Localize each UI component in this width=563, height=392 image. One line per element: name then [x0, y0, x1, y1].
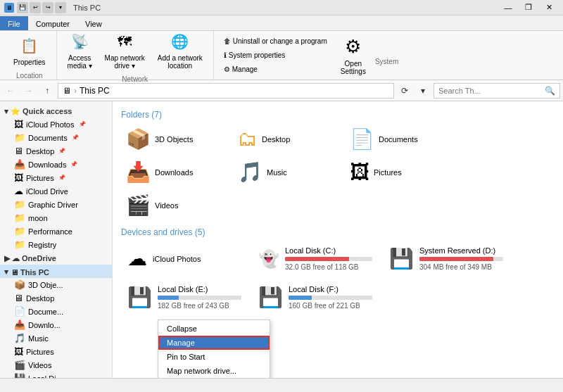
ctx-manage[interactable]: Manage [158, 336, 270, 350]
map-network-button[interactable]: 🗺 Map networkdrive ▾ [100, 27, 150, 72]
quick-access-toolbar: 💾 ↩ ↪ ▾ [17, 2, 66, 13]
drive-item-local-c[interactable]: 👻 Local Disk (C:) 32.0 GB free of 118 GB [252, 241, 379, 276]
folder-desktop-icon: 🗂 [238, 127, 258, 151]
sidebar-item-graphic-driver[interactable]: 📁 Graphic Driver [0, 198, 112, 211]
ctx-pin-start[interactable]: Pin to Start [158, 350, 270, 364]
address-path-label: This PC [80, 86, 110, 96]
sidebar-item-pictures[interactable]: 🖼 Pictures 📌 [0, 171, 112, 184]
folder-item-pictures[interactable]: 🖼 Pictures [345, 157, 454, 187]
folder-item-downloads[interactable]: 📥 Downloads [121, 157, 230, 187]
sidebar-label-icloud-photos: iCloud Photos [26, 120, 75, 129]
performance-icon: 📁 [14, 226, 25, 236]
sidebar-section-quick-access-label: ⭐ Quick access [11, 107, 72, 116]
drive-f-bar-container [289, 296, 372, 300]
redo-qa-btn[interactable]: ↪ [42, 2, 53, 13]
drive-icloud-name: iCloud Photos [153, 255, 241, 263]
search-box[interactable]: 🔍 [434, 83, 560, 99]
down-qa-btn[interactable]: ▾ [55, 2, 66, 13]
sidebar-section-quick-access[interactable]: ▾ ⭐ Quick access [0, 104, 112, 118]
folders-grid: 📦 3D Objects 🗂 Desktop 📄 Documents 📥 Dow… [121, 124, 555, 220]
map-network-label: Map networkdrive ▾ [105, 54, 145, 70]
sidebar-section-this-pc[interactable]: ▾ 🖥 This PC [0, 265, 112, 278]
sidebar-item-moon[interactable]: 📁 moon [0, 211, 112, 225]
address-dropdown-button[interactable]: ▾ [415, 83, 431, 99]
up-button[interactable]: ↑ [39, 83, 55, 99]
ribbon-group-system: 🗑 Uninstall or change a program ℹ System… [214, 31, 404, 80]
address-path[interactable]: 🖥 › This PC [58, 83, 394, 99]
pin-icon: 📌 [72, 134, 79, 141]
sidebar-label-desktop-sub: Desktop [26, 294, 54, 303]
drive-e-free: 182 GB free of 243 GB [158, 302, 241, 310]
folders-section-header: Folders (7) [121, 110, 555, 120]
tab-file[interactable]: File [0, 16, 28, 30]
back-button[interactable]: ← [3, 83, 18, 99]
window-icon [4, 3, 14, 13]
open-settings-button[interactable]: ⚙ OpenSettings [336, 33, 371, 78]
system-links: 🗑 Uninstall or change a program ℹ System… [220, 35, 331, 75]
sidebar-item-pictures-sub[interactable]: 🖼 Pictures [0, 345, 112, 358]
sidebar-item-desktop-sub[interactable]: 🖥 Desktop [0, 291, 112, 305]
search-input[interactable] [438, 87, 545, 95]
status-bar [0, 378, 563, 392]
ctx-map-network[interactable]: Map network drive... [158, 364, 270, 378]
sidebar-item-registry[interactable]: 📁 Registry [0, 238, 112, 251]
sys-properties-label: System properties [229, 51, 286, 59]
sidebar-label-downloads-sub: Downlo... [28, 321, 61, 329]
uninstall-button[interactable]: 🗑 Uninstall or change a program [220, 35, 331, 47]
sidebar-item-icloud-photos[interactable]: 🖼 iCloud Photos 📌 [0, 118, 112, 131]
drive-e-info: Local Disk (E:) 182 GB free of 243 GB [158, 285, 241, 310]
close-button[interactable]: ✕ [539, 0, 559, 15]
add-network-button[interactable]: 🌐 Add a networklocation [153, 27, 208, 72]
sidebar-item-desktop[interactable]: 🖥 Desktop 📌 [0, 144, 112, 158]
folder-item-music[interactable]: 🎵 Music [233, 157, 342, 187]
sidebar-label-documents: Documents [28, 134, 68, 142]
save-qa-btn[interactable]: 💾 [17, 2, 28, 13]
location-group-label: Location [16, 72, 43, 80]
folder-item-3d-objects[interactable]: 📦 3D Objects [121, 124, 230, 154]
minimize-button[interactable]: — [498, 0, 518, 15]
pictures-sub-icon: 🖼 [14, 346, 23, 357]
sys-properties-button[interactable]: ℹ System properties [220, 49, 331, 61]
sidebar-item-documents-sub[interactable]: 📄 Docume... [0, 305, 112, 318]
drive-item-local-e[interactable]: 💾 Local Disk (E:) 182 GB free of 243 GB [121, 280, 248, 315]
drive-e-name: Local Disk (E:) [158, 285, 241, 293]
drive-c-free: 32.0 GB free of 118 GB [285, 263, 372, 271]
sidebar-item-local-c-sub[interactable]: 💾 Local Di... [0, 372, 112, 378]
sidebar-item-3d-objects[interactable]: 📦 3D Obje... [0, 278, 112, 291]
address-path-arrow: › [74, 86, 77, 96]
sidebar-label-music-sub: Music [28, 334, 49, 343]
content-area: Folders (7) 📦 3D Objects 🗂 Desktop 📄 Doc… [113, 101, 563, 378]
sidebar-item-music-sub[interactable]: 🎵 Music [0, 331, 112, 345]
sidebar-item-downloads[interactable]: 📥 Downloads 📌 [0, 158, 112, 171]
undo-qa-btn[interactable]: ↩ [30, 2, 41, 13]
folder-item-desktop[interactable]: 🗂 Desktop [233, 124, 342, 154]
uninstall-icon: 🗑 [224, 37, 231, 45]
drive-e-icon: 💾 [127, 286, 152, 309]
sidebar-label-moon: moon [28, 214, 48, 222]
sidebar-item-downloads-sub[interactable]: 📥 Downlo... [0, 318, 112, 331]
drive-item-icloud-photos[interactable]: ☁ iCloud Photos [121, 241, 248, 276]
access-media-button[interactable]: 📡 Accessmedia ▾ [63, 27, 97, 72]
sidebar-item-icloud-drive[interactable]: ☁ iCloud Drive [0, 184, 112, 198]
sidebar-label-documents-sub: Docume... [28, 308, 63, 316]
sidebar-item-videos-sub[interactable]: 🎬 Videos [0, 358, 112, 372]
sidebar-label-downloads: Downloads [28, 160, 66, 169]
drive-item-local-f[interactable]: 💾 Local Disk (F:) 160 GB free of 221 GB [252, 280, 379, 315]
drive-item-system-reserved[interactable]: 💾 System Reserved (D:) 304 MB free of 34… [383, 241, 510, 276]
search-icon: 🔍 [545, 86, 555, 96]
sidebar-label-3d-objects-sub: 3D Obje... [28, 281, 63, 289]
refresh-button[interactable]: ⟳ [397, 83, 412, 99]
forward-button[interactable]: → [21, 83, 37, 99]
ctx-collapse[interactable]: Collapse [158, 322, 270, 336]
sidebar-item-documents[interactable]: 📁 Documents 📌 [0, 131, 112, 144]
manage-button[interactable]: ⚙ Manage [220, 63, 331, 75]
ribbon: 📋 Properties Location 📡 Accessmedia ▾ 🗺 … [0, 31, 563, 80]
system-group-label: System [375, 58, 398, 65]
address-path-icon: 🖥 [63, 86, 71, 96]
sidebar-item-performance[interactable]: 📁 Performance [0, 225, 112, 238]
folder-item-videos[interactable]: 🎬 Videos [121, 190, 230, 220]
restore-button[interactable]: ❐ [519, 0, 538, 15]
sidebar-section-onedrive[interactable]: ▶ ☁ OneDrive [0, 251, 112, 265]
folder-item-documents[interactable]: 📄 Documents [345, 124, 454, 154]
properties-button[interactable]: 📋 Properties [8, 32, 51, 69]
